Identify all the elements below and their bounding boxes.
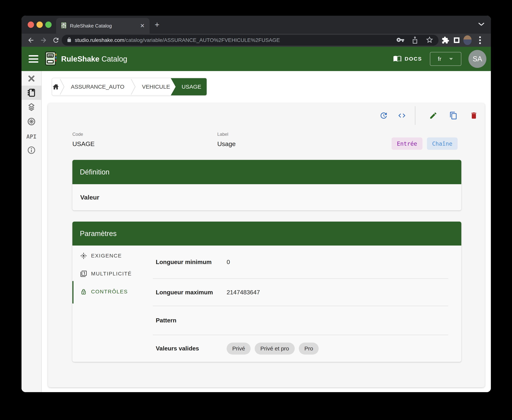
- share-icon[interactable]: [411, 36, 419, 45]
- tab-multiplicite-label: MULTIPLICITÉ: [91, 271, 132, 277]
- url-path: /catalog/variable/ASSURANCE_AUTO%2FVEHIC…: [124, 37, 280, 43]
- ruleshake-logo: [45, 52, 57, 66]
- field-value: 2147483647: [227, 289, 260, 296]
- chevron-down-icon[interactable]: [478, 22, 484, 27]
- favicon-ruleshake: [61, 22, 67, 30]
- back-icon[interactable]: [27, 36, 35, 44]
- badge-direction: Entrée: [392, 137, 422, 150]
- chip-prive-et-pro: Privé et pro: [255, 343, 294, 354]
- label-field: Label Usage: [217, 132, 236, 148]
- valid-values-chips: Privé Privé et pro Pro: [227, 343, 319, 354]
- app-title-bold: RuleShake: [61, 55, 99, 63]
- app-header: RuleShake Catalog DOCS fr SA: [22, 47, 491, 71]
- chip-prive: Privé: [227, 343, 251, 354]
- badge-type: Chaîne: [427, 137, 458, 150]
- docs-button[interactable]: DOCS: [393, 55, 422, 63]
- tab-exigence-label: EXIGENCE: [91, 253, 122, 259]
- code-icon[interactable]: [398, 112, 406, 120]
- field-row-longueur-maximum: Longueur maximum 2147483647: [153, 279, 461, 306]
- field-label: Longueur minimum: [153, 259, 227, 266]
- breadcrumb: ASSURANCE_AUTO VEHICULE USAGE: [52, 78, 207, 96]
- reload-icon[interactable]: [52, 36, 60, 44]
- field-row-pattern: Pattern: [153, 306, 461, 335]
- label-field-label: Label: [217, 132, 236, 137]
- traffic-light-minimize[interactable]: [37, 22, 43, 28]
- field-label: Pattern: [153, 317, 227, 324]
- parameters-section-header: Paramètres: [72, 222, 461, 246]
- tab-close-icon[interactable]: ✕: [140, 23, 145, 29]
- url-domain: studio.ruleshake.com: [75, 37, 124, 43]
- type-badges: Entrée Chaîne: [392, 137, 458, 150]
- app-title: RuleShake Catalog: [61, 55, 127, 63]
- sidebar-item-layers[interactable]: [22, 100, 41, 114]
- field-value: 0: [227, 259, 230, 266]
- traffic-light-close[interactable]: [28, 22, 34, 28]
- menu-hamburger-icon[interactable]: [29, 55, 38, 63]
- tab-controles[interactable]: CONTRÔLES: [72, 283, 153, 300]
- copy-icon[interactable]: [449, 112, 458, 120]
- api-label: API: [26, 133, 37, 140]
- field-label: Valeurs valides: [153, 345, 227, 352]
- key-icon[interactable]: [396, 36, 405, 45]
- field-row-valeurs-valides: Valeurs valides Privé Privé et pro Pro: [153, 335, 461, 362]
- breadcrumb-item-assurance-auto[interactable]: ASSURANCE_AUTO: [65, 78, 130, 95]
- tab-exigence[interactable]: EXIGENCE: [72, 248, 153, 264]
- sidebar-item-info[interactable]: [22, 143, 41, 157]
- field-label: Longueur maximum: [153, 289, 227, 296]
- breadcrumb-item-usage-active[interactable]: USAGE: [171, 78, 207, 95]
- sidebar-item-design-tools[interactable]: [22, 71, 41, 86]
- breadcrumb-separator-icon: [130, 78, 136, 95]
- definition-section: Définition Valeur: [72, 160, 461, 210]
- code-field: Code USAGE: [72, 132, 95, 148]
- tab-search-icon[interactable]: [452, 36, 461, 44]
- code-field-value: USAGE: [72, 140, 95, 148]
- menu-dots-icon[interactable]: [476, 36, 484, 44]
- breadcrumb-separator-icon: [59, 78, 65, 95]
- app-sidebar: API: [22, 71, 42, 392]
- star-icon[interactable]: [425, 36, 434, 45]
- breadcrumb-home[interactable]: [52, 78, 59, 95]
- page-content: ASSURANCE_AUTO VEHICULE USAGE: [42, 71, 491, 392]
- lock-icon: [67, 37, 72, 44]
- forward-icon[interactable]: [39, 36, 48, 44]
- tab-title: RuleShake Catalog: [70, 23, 140, 29]
- language-select[interactable]: fr: [430, 52, 461, 66]
- lock-check-icon: [80, 288, 87, 295]
- docs-label: DOCS: [405, 56, 422, 62]
- sidebar-item-settings[interactable]: [22, 114, 41, 129]
- user-avatar[interactable]: SA: [468, 50, 486, 68]
- url-text: studio.ruleshake.com/catalog/variable/AS…: [75, 37, 280, 43]
- user-initials: SA: [473, 55, 482, 63]
- sidebar-item-api[interactable]: API: [22, 129, 41, 144]
- history-icon[interactable]: [379, 112, 387, 120]
- parameters-tabs: EXIGENCE MULTIPLICITÉ CONTRÔLES: [72, 246, 153, 362]
- browser-tab[interactable]: RuleShake Catalog ✕: [56, 18, 150, 34]
- browser-tabstrip: RuleShake Catalog ✕ +: [22, 16, 491, 34]
- browser-window: RuleShake Catalog ✕ + studio.ruleshake.c…: [22, 16, 491, 392]
- main-area: API ASSURANCE_AUTO VEHICULE USAGE: [22, 71, 491, 392]
- caret-down-icon: [449, 58, 453, 60]
- edit-pencil-icon[interactable]: [429, 112, 437, 120]
- variable-detail-card: Code USAGE Label Usage Entrée Chaîne Déf…: [48, 103, 485, 387]
- tab-multiplicite[interactable]: MULTIPLICITÉ: [72, 265, 153, 282]
- new-tab-icon[interactable]: +: [155, 21, 159, 28]
- profile-avatar[interactable]: [463, 36, 472, 44]
- app-title-suffix: Catalog: [102, 55, 127, 63]
- parameters-section: Paramètres EXIGENCE MULTIPLICITÉ: [72, 222, 461, 362]
- language-value: fr: [438, 56, 441, 62]
- controls-panel: Longueur minimum 0 Longueur maximum 2147…: [153, 246, 461, 362]
- definition-section-header: Définition: [72, 160, 461, 184]
- toolbar-divider: [415, 106, 415, 125]
- delete-trash-icon[interactable]: [470, 112, 478, 120]
- traffic-light-zoom[interactable]: [45, 22, 52, 28]
- breadcrumb-item-vehicule[interactable]: VEHICULE: [136, 78, 176, 95]
- extensions-puzzle-icon[interactable]: [441, 36, 450, 44]
- filter-1-icon: [80, 270, 87, 277]
- home-icon: [52, 83, 59, 90]
- book-icon: [393, 55, 402, 63]
- sidebar-item-catalog[interactable]: [22, 86, 41, 100]
- chip-pro: Pro: [299, 343, 319, 354]
- field-row-longueur-minimum: Longueur minimum 0: [153, 246, 461, 278]
- url-bar[interactable]: studio.ruleshake.com/catalog/variable/AS…: [62, 35, 438, 46]
- code-field-label: Code: [72, 132, 95, 137]
